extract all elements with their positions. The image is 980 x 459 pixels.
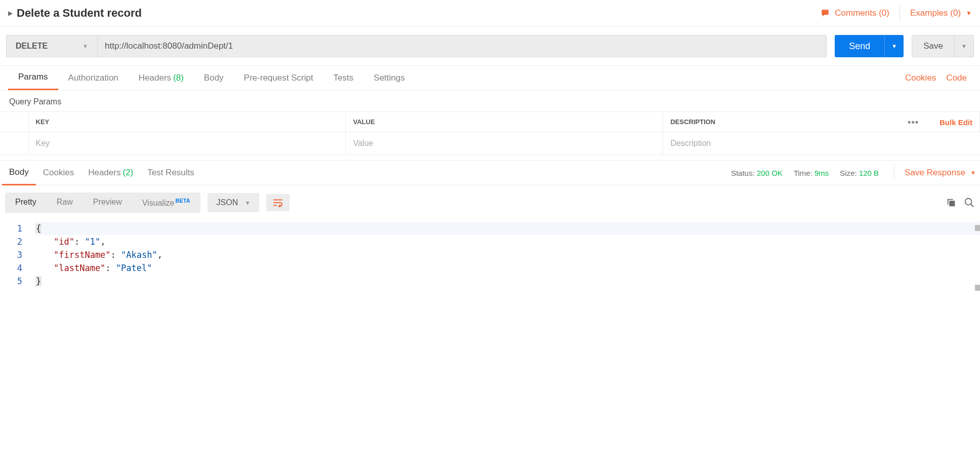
bulk-edit-link[interactable]: Bulk Edit [940,118,972,126]
res-tab-test-results[interactable]: Test Results [140,160,201,185]
line-numbers: 1 2 3 4 5 [0,222,35,288]
tab-params[interactable]: Params [8,66,58,90]
response-body-content: { "id": "1", "firstName": "Akash", "last… [35,222,980,288]
comments-button[interactable]: Comments (0) [820,8,889,18]
tab-prerequest[interactable]: Pre-request Script [234,66,323,90]
caret-down-icon: ▼ [966,10,972,17]
key-input[interactable] [29,132,346,155]
request-title: Delete a Student record [17,7,820,20]
more-options-icon[interactable]: ••• [908,117,919,127]
format-preview[interactable]: Preview [83,193,132,213]
scrollbar-thumb[interactable] [975,285,980,291]
key-header: KEY [28,112,346,132]
scrollbar-thumb[interactable] [975,225,980,231]
tab-settings[interactable]: Settings [363,66,415,90]
headers-count: (8) [173,73,184,83]
value-input[interactable] [346,132,663,155]
http-method-value: DELETE [16,42,48,51]
cookies-link[interactable]: Cookies [900,73,941,83]
time-info: Time: 9ms [794,169,829,177]
divider [900,6,900,20]
res-tab-cookies[interactable]: Cookies [36,160,81,185]
res-headers-label: Headers [88,168,120,178]
language-select[interactable]: JSON ▼ [208,193,260,212]
tab-authorization[interactable]: Authorization [58,66,129,90]
save-dropdown[interactable]: ▼ [955,35,974,57]
collapse-toggle[interactable]: ▶ [8,10,13,17]
send-dropdown[interactable]: ▼ [884,35,904,57]
format-visualize[interactable]: VisualizeBETA [132,193,200,213]
res-tab-headers[interactable]: Headers (2) [81,160,140,185]
response-body-viewer[interactable]: 1 2 3 4 5 { "id": "1", "firstName": "Aka… [0,220,980,308]
svg-point-0 [965,199,972,205]
caret-down-icon: ▼ [245,200,250,206]
caret-down-icon: ▼ [83,43,88,49]
examples-dropdown[interactable]: Examples (0) ▼ [910,8,972,18]
wrap-icon [272,198,283,207]
tab-headers-label: Headers [139,73,171,83]
tab-body[interactable]: Body [194,66,234,90]
wrap-lines-button[interactable] [266,194,290,211]
description-input[interactable] [663,132,979,155]
format-raw[interactable]: Raw [47,193,83,213]
status-info: Status: 200 OK [731,169,783,177]
beta-badge: BETA [175,198,190,204]
res-headers-count: (2) [123,168,133,178]
description-header: DESCRIPTION ••• Bulk Edit [663,112,980,132]
http-method-select[interactable]: DELETE ▼ [6,35,97,57]
comments-label: Comments (0) [835,8,889,18]
send-button[interactable]: Send [835,35,884,57]
query-params-heading: Query Params [0,90,980,111]
code-link[interactable]: Code [941,73,972,83]
tab-headers[interactable]: Headers (8) [129,66,194,90]
table-row [0,132,980,155]
examples-label: Examples (0) [910,8,961,18]
save-response-dropdown[interactable]: Save Response ▼ [894,165,976,180]
url-input[interactable] [97,35,827,57]
res-tab-body[interactable]: Body [2,160,36,185]
copy-icon[interactable] [946,197,957,208]
save-button[interactable]: Save [912,35,955,57]
query-params-table: KEY VALUE DESCRIPTION ••• Bulk Edit [0,111,980,155]
search-icon[interactable] [964,197,975,208]
size-info: Size: 120 B [840,169,879,177]
value-header: VALUE [346,112,663,132]
comment-icon [820,8,831,18]
tab-tests[interactable]: Tests [323,66,364,90]
format-pretty[interactable]: Pretty [5,193,47,213]
checkbox-column [0,112,28,132]
caret-down-icon: ▼ [970,170,976,176]
